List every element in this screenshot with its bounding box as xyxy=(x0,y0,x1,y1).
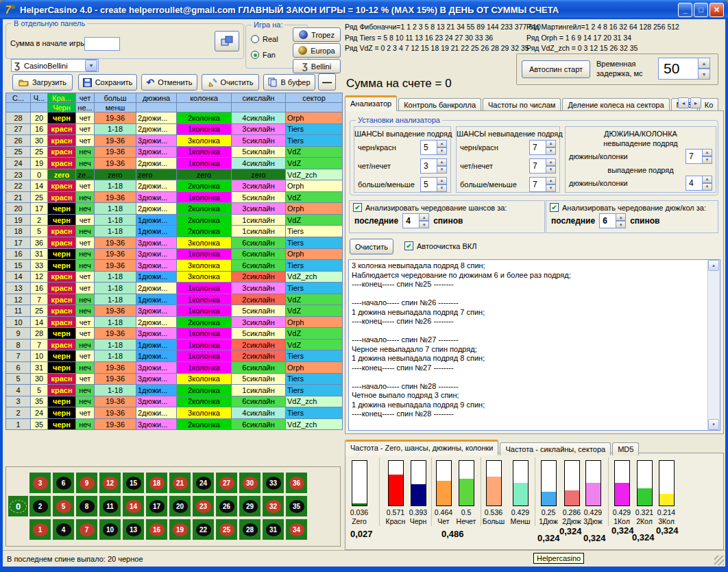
roulette-cell-7[interactable]: 7 xyxy=(76,519,97,540)
spinner-down-icon[interactable]: ▼ xyxy=(419,221,429,228)
spin-row[interactable]: 1533черннеч19-363дюжи...3колонка6сиклайн… xyxy=(6,260,343,272)
spinner-up-icon[interactable]: ▲ xyxy=(702,176,712,183)
spinner-value[interactable]: 5 xyxy=(420,140,437,155)
spin-row[interactable]: 135черннеч19-363дюжи...2колонка6сиклайнV… xyxy=(6,418,343,430)
roulette-cell-34[interactable]: 34 xyxy=(286,519,307,540)
roulette-cell-29[interactable]: 29 xyxy=(239,496,260,516)
spinner-up-icon[interactable]: ▲ xyxy=(702,149,712,156)
checkbox-checked-icon[interactable]: ✔ xyxy=(353,203,362,212)
spin-row[interactable]: 928чернчет19-363дюжи...1колонка5сиклайнV… xyxy=(6,328,343,339)
roulette-cell-36[interactable]: 36 xyxy=(286,473,307,493)
spin-row[interactable]: 530краснчет19-363дюжи...3колонка5сиклайн… xyxy=(6,373,343,385)
spin-row[interactable]: 2525красннеч19-363дюжи...1колонка5сиклай… xyxy=(6,146,343,158)
spin-row[interactable]: 192чернчет1-181дюжи...2колонка1сиклайнVd… xyxy=(6,214,343,226)
grid-header-cell[interactable] xyxy=(136,103,177,112)
detach-panel-button[interactable] xyxy=(215,31,239,51)
spinner-value[interactable]: 3 xyxy=(420,158,437,174)
load-button[interactable]: Загрузить xyxy=(12,74,73,91)
spinner-value[interactable]: 4 xyxy=(685,176,702,191)
grid-header-cell[interactable] xyxy=(232,103,286,112)
scroll-down-icon[interactable]: ▼ xyxy=(708,419,719,430)
roulette-cell-13[interactable]: 13 xyxy=(123,519,144,540)
spinner-up-icon[interactable]: ▲ xyxy=(546,177,556,184)
tab-0[interactable]: Частота - Zero, шансы, дюжины, колонки xyxy=(345,440,498,455)
spin-row[interactable]: 631черннеч19-363дюжи...1колонка6сиклайнO… xyxy=(6,362,343,374)
tab-0[interactable]: Анализатор xyxy=(345,95,397,111)
checkbox-checked-icon[interactable]: ✔ xyxy=(404,241,413,250)
alternate-chances-spinner[interactable]: 4▲▼ xyxy=(402,213,429,228)
alternate-chances-checkbox-row[interactable]: ✔ Анализировать чередование шансов за: xyxy=(353,203,541,212)
grid-header-cell[interactable]: сектор xyxy=(286,93,343,103)
spinner-down-icon[interactable]: ▼ xyxy=(437,184,447,192)
roulette-cell-1[interactable]: 1 xyxy=(29,519,51,540)
roulette-cell-5[interactable]: 5 xyxy=(53,496,74,516)
roulette-cell-28[interactable]: 28 xyxy=(239,519,260,540)
roulette-cell-14[interactable]: 14 xyxy=(123,496,144,516)
tabs-scroll-right-button[interactable]: ► xyxy=(690,97,701,108)
bellini-button[interactable]: Ʒ Bellini xyxy=(293,59,341,73)
spinner-value[interactable]: 7 xyxy=(529,140,546,155)
roulette-cell-25[interactable]: 25 xyxy=(216,519,237,540)
minimize-button[interactable]: _ xyxy=(678,3,692,17)
maximize-button[interactable]: □ xyxy=(694,3,708,17)
grid-header-cell[interactable]: дюжина xyxy=(136,93,177,103)
spinner-up-icon[interactable]: ▲ xyxy=(437,158,447,166)
spin-row[interactable]: 45красннеч1-181дюжи...2колонка1сиклайнTi… xyxy=(6,385,343,396)
spin-row[interactable]: 1412краснчет1-181дюжи...3колонка2сиклайн… xyxy=(6,271,343,283)
spinner-up-icon[interactable]: ▲ xyxy=(616,213,626,221)
tab-2[interactable]: MD5 xyxy=(612,442,639,455)
grid-header-cell[interactable]: больш xyxy=(95,93,136,103)
spin-row[interactable]: 710чернчет1-181дюжи...1колонка2сиклайнTi… xyxy=(6,350,343,362)
tropez-button[interactable]: Tropez xyxy=(293,27,341,42)
spinner-down-icon[interactable]: ▼ xyxy=(546,166,556,174)
spin-row[interactable]: 230zeroze...zerozerozerozeroVdZ_zch xyxy=(6,169,343,180)
spinner-value[interactable]: 7 xyxy=(685,149,702,164)
clear-button[interactable]: Очистить xyxy=(202,74,259,91)
tab-3[interactable]: Деление колеса на сектора xyxy=(562,98,669,111)
roulette-cell-6[interactable]: 6 xyxy=(53,473,74,493)
resize-grip[interactable] xyxy=(714,556,724,565)
roulette-cell-23[interactable]: 23 xyxy=(193,496,214,516)
spinner-down-icon[interactable]: ▼ xyxy=(437,147,447,155)
spinner-up-icon[interactable]: ▲ xyxy=(546,158,556,166)
spinner-up-icon[interactable]: ▲ xyxy=(437,140,447,147)
europa-button[interactable]: Europa xyxy=(293,43,341,58)
spinner-value[interactable]: 50 xyxy=(658,58,698,80)
spin-row[interactable]: 1014краснчет1-182дюжи...2колонка3сиклайн… xyxy=(6,316,343,328)
roulette-cell-17[interactable]: 17 xyxy=(146,496,167,516)
tab-1[interactable]: Частота - сиклайны, сектора xyxy=(500,442,611,455)
roulette-cell-3[interactable]: 3 xyxy=(29,473,51,493)
spinner-up-icon[interactable]: ▲ xyxy=(698,58,710,69)
spin-row[interactable]: 2017черннеч1-182дюжи...2колонка3сиклайнO… xyxy=(6,203,343,215)
roulette-cell-18[interactable]: 18 xyxy=(146,473,167,493)
tab-2[interactable]: Частоты по числам xyxy=(483,98,561,111)
dropdown-arrow-icon[interactable]: ▼ xyxy=(85,60,97,71)
radio-real[interactable]: Real xyxy=(251,35,278,43)
undo-button[interactable]: ↶ Отменить xyxy=(141,74,197,91)
grid-header-cell[interactable]: С... xyxy=(6,93,31,103)
roulette-cell-0[interactable]: 0 xyxy=(8,496,28,516)
delay-spinner[interactable]: 50▲▼ xyxy=(658,58,710,80)
spinner-up-icon[interactable]: ▲ xyxy=(546,140,556,147)
spin-row[interactable]: 2214краснчет1-182дюжи...2колонка3сиклайн… xyxy=(6,180,343,192)
checkbox-checked-icon[interactable]: ✔ xyxy=(550,203,559,212)
tab-1[interactable]: Контроль банкролла xyxy=(398,98,481,111)
spin-row[interactable]: 224чернчет19-362дюжи...3колонка4сиклайнT… xyxy=(6,407,343,419)
roulette-cell-21[interactable]: 21 xyxy=(169,473,191,493)
grid-header-cell[interactable]: Ч... xyxy=(31,93,48,103)
dozen-miss-spinner[interactable]: 7▲▼ xyxy=(685,149,712,164)
spin-row[interactable]: 1316краснчет1-182дюжи...1колонка3сиклайн… xyxy=(6,283,343,294)
radio-fan[interactable]: Fan xyxy=(251,51,276,59)
roulette-cell-31[interactable]: 31 xyxy=(263,519,284,540)
roulette-cell-15[interactable]: 15 xyxy=(123,473,144,493)
spinner-value[interactable]: 7 xyxy=(529,177,546,192)
grid-header-cell[interactable]: не... xyxy=(76,103,95,112)
clear-log-button[interactable]: Очистить xyxy=(350,239,393,254)
titlebar[interactable]: 7 HelperCasino 4.0 - create helperroulle… xyxy=(0,0,728,19)
spinner-value[interactable]: 6 xyxy=(599,213,616,228)
roulette-cell-20[interactable]: 20 xyxy=(169,496,191,516)
spinner-down-icon[interactable]: ▼ xyxy=(546,147,556,155)
spinner-up-icon[interactable]: ▲ xyxy=(437,177,447,184)
grid-header-cell[interactable]: колонка xyxy=(177,93,232,103)
roulette-cell-26[interactable]: 26 xyxy=(216,496,237,516)
